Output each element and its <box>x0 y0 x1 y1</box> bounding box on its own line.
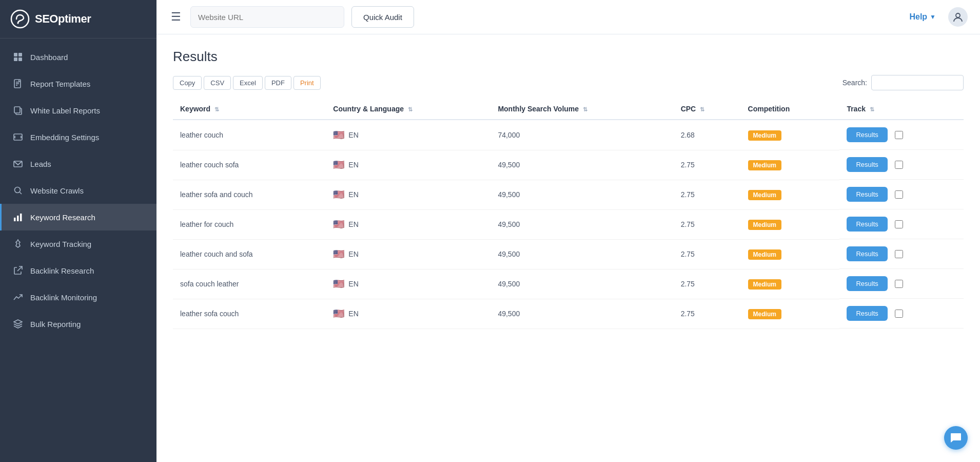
column-header-cpc[interactable]: CPC ⇅ <box>674 99 741 120</box>
cell-volume-0: 74,000 <box>491 120 673 150</box>
embed-icon <box>13 132 23 142</box>
cell-country-0: 🇺🇸 EN <box>326 120 491 150</box>
results-button-4[interactable]: Results <box>847 246 887 261</box>
sidebar-item-leads[interactable]: Leads <box>0 150 156 177</box>
competition-badge-6: Medium <box>748 309 781 319</box>
sidebar-item-white-label-reports-label: White Label Reports <box>30 106 100 115</box>
chat-bubble-button[interactable] <box>944 426 968 450</box>
sort-icon-keyword: ⇅ <box>214 106 219 112</box>
flag-icon-1: 🇺🇸 <box>333 159 344 170</box>
user-avatar-button[interactable] <box>948 7 968 27</box>
table-controls: Copy CSV Excel PDF Print Search: <box>173 75 964 90</box>
url-input[interactable] <box>190 6 344 28</box>
excel-button[interactable]: Excel <box>233 76 263 90</box>
cell-country-1: 🇺🇸 EN <box>326 150 491 180</box>
chevron-down-icon: ▼ <box>930 13 936 21</box>
table-body: leather couch 🇺🇸 EN 74,000 2.68 Medium R… <box>173 120 964 329</box>
svg-rect-20 <box>14 218 16 221</box>
topbar: ☰ Quick Audit Help ▼ <box>156 0 980 34</box>
column-header-track[interactable]: Track ⇅ <box>839 99 964 120</box>
sidebar-item-website-crawls[interactable]: Website Crawls <box>0 177 156 204</box>
cell-country-2: 🇺🇸 EN <box>326 180 491 209</box>
cell-competition-0: Medium <box>741 120 840 150</box>
bar-chart-icon <box>13 212 23 222</box>
sidebar-logo: SEOptimer <box>0 0 156 38</box>
track-checkbox-6[interactable] <box>895 310 903 318</box>
sidebar-item-dashboard-label: Dashboard <box>30 53 68 62</box>
svg-rect-11 <box>14 107 20 113</box>
quick-audit-button[interactable]: Quick Audit <box>351 6 414 28</box>
user-icon <box>952 11 964 23</box>
flag-icon-2: 🇺🇸 <box>333 189 344 200</box>
svg-rect-4 <box>14 57 17 61</box>
cell-keyword-5: sofa couch leather <box>173 269 326 299</box>
cell-country-5: 🇺🇸 EN <box>326 269 491 299</box>
cell-cpc-1: 2.75 <box>674 150 741 180</box>
results-button-2[interactable]: Results <box>847 187 887 202</box>
cell-cpc-3: 2.75 <box>674 209 741 239</box>
track-checkbox-0[interactable] <box>895 131 903 139</box>
search-label: Search: <box>842 79 867 87</box>
competition-badge-5: Medium <box>748 279 781 290</box>
svg-line-16 <box>21 137 22 138</box>
hamburger-menu[interactable]: ☰ <box>169 8 183 26</box>
sidebar-item-backlink-monitoring[interactable]: Backlink Monitoring <box>0 284 156 311</box>
sort-icon-track: ⇅ <box>870 106 874 112</box>
cell-track-0: Results <box>839 120 964 150</box>
cell-cpc-0: 2.68 <box>674 120 741 150</box>
sidebar-item-bulk-reporting[interactable]: Bulk Reporting <box>0 311 156 337</box>
svg-rect-12 <box>14 134 22 140</box>
print-button[interactable]: Print <box>293 76 321 90</box>
sidebar-item-keyword-tracking[interactable]: Keyword Tracking <box>0 230 156 257</box>
results-button-5[interactable]: Results <box>847 276 887 291</box>
cell-competition-3: Medium <box>741 209 840 239</box>
track-checkbox-4[interactable] <box>895 250 903 258</box>
svg-rect-2 <box>14 53 17 56</box>
track-checkbox-3[interactable] <box>895 220 903 228</box>
cell-volume-1: 49,500 <box>491 150 673 180</box>
copy-button[interactable]: Copy <box>173 76 202 90</box>
search-input[interactable] <box>871 75 964 90</box>
competition-badge-4: Medium <box>748 249 781 260</box>
column-header-monthly-volume[interactable]: Monthly Search Volume ⇅ <box>491 99 673 120</box>
sidebar-item-embedding-settings[interactable]: Embedding Settings <box>0 124 156 150</box>
cell-keyword-0: leather couch <box>173 120 326 150</box>
cell-cpc-4: 2.75 <box>674 239 741 269</box>
svg-line-14 <box>14 137 15 138</box>
column-header-competition[interactable]: Competition <box>741 99 840 120</box>
seoptimer-logo-icon <box>10 9 30 29</box>
sidebar-item-dashboard[interactable]: Dashboard <box>0 44 156 70</box>
sidebar-item-report-templates[interactable]: Report Templates <box>0 70 156 97</box>
flag-icon-6: 🇺🇸 <box>333 308 344 319</box>
sidebar-item-report-templates-label: Report Templates <box>30 80 90 88</box>
column-header-country-language[interactable]: Country & Language ⇅ <box>326 99 491 120</box>
track-checkbox-2[interactable] <box>895 190 903 199</box>
sidebar-item-embedding-settings-label: Embedding Settings <box>30 133 99 142</box>
column-header-keyword[interactable]: Keyword ⇅ <box>173 99 326 120</box>
csv-button[interactable]: CSV <box>204 76 231 90</box>
sidebar-item-backlink-research-label: Backlink Research <box>30 266 94 275</box>
cell-country-4: 🇺🇸 EN <box>326 239 491 269</box>
results-button-0[interactable]: Results <box>847 127 887 142</box>
results-button-6[interactable]: Results <box>847 306 887 321</box>
cell-track-5: Results <box>839 269 964 299</box>
cell-track-2: Results <box>839 180 964 209</box>
flag-icon-3: 🇺🇸 <box>333 219 344 230</box>
svg-point-0 <box>11 10 29 28</box>
results-button-1[interactable]: Results <box>847 157 887 172</box>
sidebar-item-backlink-research[interactable]: Backlink Research <box>0 257 156 284</box>
sort-icon-cpc: ⇅ <box>700 106 704 112</box>
track-checkbox-1[interactable] <box>895 161 903 169</box>
svg-rect-3 <box>18 53 22 56</box>
sidebar-item-white-label-reports[interactable]: White Label Reports <box>0 97 156 124</box>
cell-keyword-1: leather couch sofa <box>173 150 326 180</box>
pdf-button[interactable]: PDF <box>265 76 291 90</box>
grid-icon <box>13 52 23 62</box>
track-checkbox-5[interactable] <box>895 280 903 288</box>
help-button[interactable]: Help ▼ <box>904 9 941 25</box>
table-row: leather sofa and couch 🇺🇸 EN 49,500 2.75… <box>173 180 964 209</box>
sidebar-item-keyword-research[interactable]: Keyword Research <box>0 204 156 230</box>
cell-volume-3: 49,500 <box>491 209 673 239</box>
table-row: leather couch 🇺🇸 EN 74,000 2.68 Medium R… <box>173 120 964 150</box>
results-button-3[interactable]: Results <box>847 217 887 232</box>
